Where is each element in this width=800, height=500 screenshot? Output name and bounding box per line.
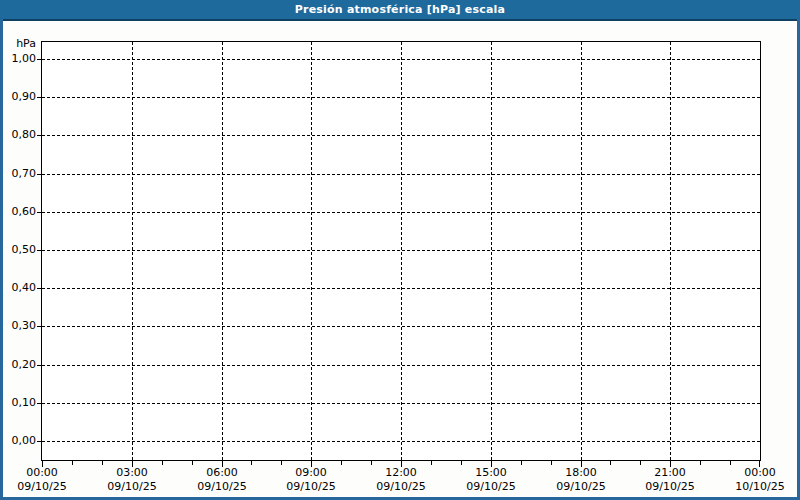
x-tick-time: 09:00 <box>271 466 351 480</box>
y-axis-unit-label: hPa <box>0 37 36 51</box>
vertical-gridline <box>311 42 312 460</box>
x-axis-minor-tick <box>251 460 252 465</box>
x-axis-minor-tick <box>461 460 462 465</box>
vertical-gridline <box>401 42 402 460</box>
x-tick-time: 21:00 <box>630 466 710 480</box>
x-axis-minor-tick <box>730 460 731 465</box>
x-tick-time: 12:00 <box>361 466 441 480</box>
vertical-gridline <box>222 42 223 460</box>
chart-title: Presión atmosférica [hPa] escala <box>295 3 505 16</box>
x-axis-minor-tick <box>371 460 372 465</box>
chart-title-bar: Presión atmosférica [hPa] escala <box>0 0 800 21</box>
x-tick-date: 10/10/25 <box>720 480 800 494</box>
y-tick-label: 0,10 <box>0 396 36 410</box>
vertical-gridline <box>491 42 492 460</box>
y-tick-label: 0,20 <box>0 358 36 372</box>
y-tick-label: 0,00 <box>0 434 36 448</box>
y-tick-label: 0,40 <box>0 281 36 295</box>
x-tick-date: 09/10/25 <box>541 480 621 494</box>
y-axis-tick <box>37 365 42 366</box>
x-tick-label: 03:0009/10/25 <box>92 466 172 494</box>
x-tick-date: 09/10/25 <box>182 480 262 494</box>
y-axis-tick <box>37 288 42 289</box>
vertical-gridline <box>581 42 582 460</box>
x-axis-minor-tick <box>610 460 611 465</box>
x-tick-date: 09/10/25 <box>630 480 710 494</box>
vertical-gridline <box>670 42 671 460</box>
x-tick-label: 00:0010/10/25 <box>720 466 800 494</box>
x-tick-label: 00:0009/10/25 <box>2 466 82 494</box>
y-axis-tick <box>37 212 42 213</box>
y-axis-tick <box>37 135 42 136</box>
x-tick-label: 21:0009/10/25 <box>630 466 710 494</box>
x-tick-label: 09:0009/10/25 <box>271 466 351 494</box>
x-tick-time: 03:00 <box>92 466 172 480</box>
x-tick-date: 09/10/25 <box>271 480 351 494</box>
x-axis-minor-tick <box>521 460 522 465</box>
x-tick-label: 06:0009/10/25 <box>182 466 262 494</box>
x-axis-minor-tick <box>431 460 432 465</box>
y-axis-tick <box>37 59 42 60</box>
x-axis-minor-tick <box>162 460 163 465</box>
y-axis-tick <box>37 403 42 404</box>
x-axis-minor-tick <box>640 460 641 465</box>
y-tick-label: 1,00 <box>0 52 36 66</box>
x-tick-date: 09/10/25 <box>2 480 82 494</box>
y-tick-label: 0,50 <box>0 243 36 257</box>
x-tick-time: 06:00 <box>182 466 262 480</box>
x-tick-date: 09/10/25 <box>451 480 531 494</box>
y-axis-tick <box>37 250 42 251</box>
x-axis-minor-tick <box>72 460 73 465</box>
x-tick-time: 00:00 <box>720 466 800 480</box>
x-tick-date: 09/10/25 <box>361 480 441 494</box>
y-tick-label: 0,80 <box>0 128 36 142</box>
x-axis-minor-tick <box>281 460 282 465</box>
y-tick-label: 0,60 <box>0 205 36 219</box>
chart-window: Presión atmosférica [hPa] escala hPa 1,0… <box>0 0 800 500</box>
y-axis-tick <box>37 97 42 98</box>
x-axis-minor-tick <box>341 460 342 465</box>
y-axis-tick <box>37 174 42 175</box>
x-axis-minor-tick <box>102 460 103 465</box>
y-axis-tick <box>37 441 42 442</box>
x-tick-label: 18:0009/10/25 <box>541 466 621 494</box>
x-tick-label: 12:0009/10/25 <box>361 466 441 494</box>
x-axis-minor-tick <box>700 460 701 465</box>
y-tick-label: 0,90 <box>0 90 36 104</box>
y-tick-label: 0,30 <box>0 319 36 333</box>
y-tick-label: 0,70 <box>0 167 36 181</box>
x-axis-minor-tick <box>551 460 552 465</box>
x-tick-time: 15:00 <box>451 466 531 480</box>
x-tick-time: 18:00 <box>541 466 621 480</box>
y-axis-tick <box>37 326 42 327</box>
vertical-gridline <box>132 42 133 460</box>
plot-area <box>41 41 761 461</box>
x-tick-label: 15:0009/10/25 <box>451 466 531 494</box>
x-tick-time: 00:00 <box>2 466 82 480</box>
x-axis-minor-tick <box>192 460 193 465</box>
x-tick-date: 09/10/25 <box>92 480 172 494</box>
